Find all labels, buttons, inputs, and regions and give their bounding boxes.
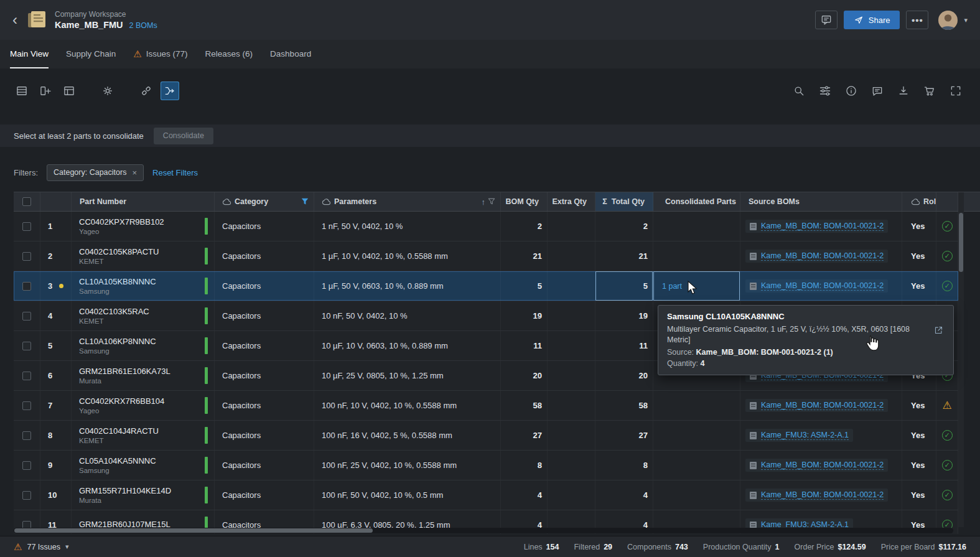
consolidate-button[interactable]: Consolidate <box>154 128 213 144</box>
table-row[interactable]: 1CC0402KPX7R9BB102YageoCapacitors1 nF, 5… <box>14 212 958 241</box>
part-number-cell[interactable]: CL10A106KP8NNNCSamsung <box>72 331 215 360</box>
total-qty-value: 2 <box>643 222 648 231</box>
part-number-cell[interactable]: C0402C105K8PACTUKEMET <box>72 241 215 271</box>
row-checkbox[interactable] <box>22 401 31 410</box>
open-in-new-icon[interactable] <box>934 325 943 338</box>
supply-ok-bar <box>205 427 208 444</box>
source-bom-link[interactable]: Kame_MB_BOM: BOM-001-0021-2 <box>761 401 884 410</box>
row-checkbox[interactable] <box>22 342 31 350</box>
info-button[interactable] <box>842 82 861 100</box>
part-number-cell[interactable]: CL05A104KA5NNNCSamsung <box>72 451 215 480</box>
vertical-scrollbar-thumb[interactable] <box>959 213 963 272</box>
column-header-bom_qty[interactable]: BOM Qty <box>501 192 548 211</box>
source-bom-link[interactable]: Kame_MB_BOM: BOM-001-0021-2 <box>761 281 884 291</box>
row-checkbox[interactable] <box>22 491 31 500</box>
tab-issues-77[interactable]: ⚠Issues (77) <box>133 40 187 68</box>
part-number-cell[interactable]: CC0402KRX7R6BB104Yageo <box>72 391 215 420</box>
tab-releases-6[interactable]: Releases (6) <box>205 40 253 68</box>
table-row[interactable]: 10GRM155R71H104KE14DMurataCapacitors100 … <box>14 480 958 510</box>
table-row[interactable]: 8C0402C104J4RACTUKEMETCapacitors100 nF, … <box>14 421 958 451</box>
parameters-value: 100 nF, 25 V, 0402, 10 %, 0.5588 mm <box>322 461 457 470</box>
column-header-rohs[interactable]: Rol <box>902 192 936 211</box>
cart-button[interactable] <box>920 82 939 100</box>
consolidated-parts-cell <box>653 451 740 480</box>
more-button[interactable]: ••• <box>906 11 928 29</box>
source-bom-link[interactable]: Kame_FMU3: ASM-2-A.1 <box>761 431 849 440</box>
column-header-total_qty[interactable]: ΣTotal Qty <box>595 192 653 211</box>
filter-chip-category[interactable]: Category: Capacitors × <box>47 164 144 181</box>
fullscreen-button[interactable] <box>946 82 965 100</box>
source-bom-chip[interactable]: Kame_MB_BOM: BOM-001-0021-2 <box>745 250 888 263</box>
search-button[interactable] <box>790 82 808 100</box>
unlink-button[interactable] <box>137 82 156 100</box>
row-checkbox[interactable] <box>22 372 31 380</box>
consolidated-parts-cell <box>653 391 740 420</box>
download-button[interactable] <box>894 82 913 100</box>
row-checkbox[interactable] <box>22 282 31 291</box>
table-row[interactable]: 9CL05A104KA5NNNCSamsungCapacitors100 nF,… <box>14 451 958 480</box>
column-header-extra_qty[interactable]: Extra Qty <box>548 192 595 211</box>
source-bom-chip[interactable]: Kame_MB_BOM: BOM-001-0021-2 <box>745 489 888 502</box>
source-bom-chip[interactable]: Kame_MB_BOM: BOM-001-0021-2 <box>745 279 888 293</box>
sort-ascending-icon[interactable]: ↑ <box>482 197 486 207</box>
filter-settings-button[interactable] <box>816 82 834 100</box>
caret-down-icon[interactable]: ▾ <box>964 16 968 24</box>
table-row[interactable]: 7CC0402KRX7R6BB104YageoCapacitors100 nF,… <box>14 391 958 421</box>
source-bom-link[interactable]: Kame_MB_BOM: BOM-001-0021-2 <box>761 251 884 261</box>
parameters-cell: 100 nF, 10 V, 0402, 10 %, 0.5588 mm <box>314 391 501 420</box>
part-number-cell[interactable]: GRM21BR61E106KA73LMurata <box>72 361 215 390</box>
column-header-source[interactable]: Source BOMs <box>740 192 902 211</box>
row-checkbox[interactable] <box>22 222 31 231</box>
part-number: C0402C103K5RAC <box>79 307 149 316</box>
table-view-button[interactable] <box>12 82 31 100</box>
column-header-consolidated[interactable]: Consolidated Parts <box>653 192 740 211</box>
table-row[interactable]: 3CL10A105KB8NNNCSamsungCapacitors1 µF, 5… <box>14 271 958 301</box>
row-checkbox[interactable] <box>22 312 31 321</box>
boms-count-link[interactable]: 2 BOMs <box>129 21 157 30</box>
unlink-icon <box>140 85 152 97</box>
row-checkbox[interactable] <box>22 431 31 440</box>
add-column-button[interactable] <box>36 82 55 100</box>
rohs-cell: Yes <box>902 480 936 510</box>
source-bom-chip[interactable]: Kame_MB_BOM: BOM-001-0021-2 <box>745 459 888 472</box>
filter-active-icon[interactable] <box>301 198 309 205</box>
tab-dashboard[interactable]: Dashboard <box>270 40 311 68</box>
back-button[interactable]: ‹ <box>12 12 17 27</box>
reset-filters-link[interactable]: Reset Filters <box>152 168 198 177</box>
source-bom-link[interactable]: Kame_MB_BOM: BOM-001-0021-2 <box>761 222 884 231</box>
rohs-value: Yes <box>911 401 925 410</box>
settings-button[interactable] <box>98 82 117 100</box>
remove-filter-icon[interactable]: × <box>132 168 137 177</box>
avatar[interactable] <box>938 11 958 30</box>
column-header-part[interactable]: Part Number <box>72 192 215 211</box>
part-number-cell[interactable]: CL10A105KB8NNNCSamsung <box>72 271 215 301</box>
grouped-view-button[interactable] <box>60 82 78 100</box>
consolidate-tool-button[interactable] <box>161 82 179 100</box>
part-number-cell[interactable]: C0402C104J4RACTUKEMET <box>72 421 215 450</box>
select-all-checkbox[interactable] <box>22 197 31 206</box>
part-number-cell[interactable]: CC0402KPX7R9BB102Yageo <box>72 212 215 241</box>
tab-supply-chain[interactable]: Supply Chain <box>66 40 116 68</box>
comment-button[interactable] <box>815 11 838 29</box>
horizontal-scrollbar[interactable] <box>14 528 953 533</box>
column-header-parameters[interactable]: Parameters↑ <box>314 192 501 211</box>
source-bom-chip[interactable]: Kame_FMU3: ASM-2-A.1 <box>745 429 853 442</box>
table-row[interactable]: 2C0402C105K8PACTUKEMETCapacitors1 µF, 10… <box>14 241 958 271</box>
issues-toggle[interactable]: ⚠ 77 Issues ▾ <box>14 542 69 551</box>
horizontal-scrollbar-thumb[interactable] <box>14 528 373 533</box>
source-bom-chip[interactable]: Kame_MB_BOM: BOM-001-0021-2 <box>745 399 888 412</box>
source-bom-link[interactable]: Kame_MB_BOM: BOM-001-0021-2 <box>761 461 884 470</box>
source-bom-chip[interactable]: Kame_MB_BOM: BOM-001-0021-2 <box>745 220 888 233</box>
filter-icon[interactable] <box>488 198 495 205</box>
row-checkbox[interactable] <box>22 461 31 470</box>
source-bom-link[interactable]: Kame_MB_BOM: BOM-001-0021-2 <box>761 490 884 500</box>
tab-main-view[interactable]: Main View <box>10 40 49 68</box>
comments-button[interactable] <box>868 82 887 100</box>
vertical-scrollbar[interactable] <box>958 192 964 527</box>
part-number-cell[interactable]: C0402C103K5RACKEMET <box>72 301 215 330</box>
column-header-category[interactable]: Category <box>215 192 314 211</box>
consolidated-parts-link[interactable]: 1 part <box>662 282 682 291</box>
share-button[interactable]: Share <box>844 11 900 29</box>
row-checkbox[interactable] <box>22 252 31 261</box>
part-number-cell[interactable]: GRM155R71H104KE14DMurata <box>72 480 215 510</box>
